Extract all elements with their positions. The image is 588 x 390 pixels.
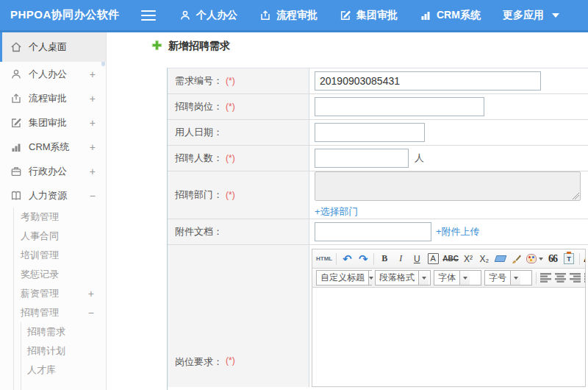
font-size-select[interactable]: 字号 <box>484 270 532 286</box>
nav-item-personal-office[interactable]: 个人办公 <box>179 9 237 22</box>
expand-icon[interactable]: + <box>88 288 94 299</box>
sidebar-item-crm[interactable]: CRM系统 + <box>0 135 106 159</box>
expand-icon[interactable]: + <box>90 68 96 80</box>
superscript-button[interactable]: X² <box>461 252 476 266</box>
align-justify-icon[interactable] <box>584 273 585 283</box>
italic-button[interactable]: I <box>393 252 408 266</box>
bar-chart-icon <box>420 10 431 21</box>
sidebar-item-recruitment[interactable]: 招聘管理 − <box>14 303 106 322</box>
sidebar-hr-submenu: 考勤管理 人事合同 培训管理 奖惩记录 薪资管理 + 招聘管理 − 招聘需求 招… <box>13 208 106 390</box>
field-label: 附件文档： <box>175 225 223 238</box>
autotypeset-button[interactable]: A <box>428 253 439 264</box>
select-department-link[interactable]: +选择部门 <box>315 205 359 219</box>
person-icon <box>10 68 22 80</box>
attachment-input[interactable] <box>315 222 431 241</box>
group-approval-icon <box>10 117 22 129</box>
caret-down-icon <box>552 13 559 18</box>
field-label: 用人日期： <box>175 126 223 139</box>
collapse-icon[interactable]: − <box>88 307 94 319</box>
align-left-icon[interactable] <box>540 273 552 283</box>
sidebar: 个人桌面 个人办公 + 流程审批 + 集团审批 <box>0 32 107 390</box>
sidebar-item-hr[interactable]: 人力资源 − <box>0 183 106 208</box>
sidebar-item-personal-office[interactable]: 个人办公 + <box>0 62 106 86</box>
page-title: 新增招聘需求 <box>151 40 230 53</box>
expand-icon[interactable]: + <box>90 166 96 177</box>
eraser-icon[interactable] <box>493 252 508 266</box>
collapse-icon[interactable]: − <box>90 190 96 202</box>
sidebar-item-group-approval[interactable]: 集团审批 + <box>0 110 106 135</box>
field-label: 招聘部门： <box>175 188 223 202</box>
sidebar-item-talent-pool[interactable]: 人才库 <box>21 361 106 380</box>
department-textarea[interactable] <box>315 171 581 201</box>
field-label: 岗位要求： <box>175 355 223 369</box>
form-row-request-number: 需求编号： (*) <box>168 68 588 94</box>
unit-label: 人 <box>415 152 424 165</box>
font-color-button[interactable]: A <box>583 252 585 266</box>
required-mark: (*) <box>226 190 235 200</box>
sidebar-item-training[interactable]: 培训管理 <box>14 246 106 265</box>
nav-item-more-apps[interactable]: 更多应用 <box>503 9 559 22</box>
caret-down-icon <box>459 271 470 285</box>
sidebar-item-admin-office[interactable]: 行政办公 + <box>0 159 106 183</box>
blockquote-button[interactable]: 66 <box>545 252 560 266</box>
color-palette-icon[interactable] <box>526 252 544 266</box>
sidebar-item-salary[interactable]: 薪资管理 + <box>14 284 106 303</box>
expand-icon[interactable]: + <box>90 117 96 129</box>
field-label: 招聘人数： <box>175 152 223 165</box>
align-center-icon[interactable] <box>555 273 567 283</box>
caret-down-icon <box>510 271 520 285</box>
form-row-headcount: 招聘人数： (*) 人 <box>168 146 588 171</box>
sidebar-item-attendance[interactable]: 考勤管理 <box>14 208 106 227</box>
subscript-button[interactable]: X₂ <box>477 252 492 266</box>
underline-button[interactable]: U <box>409 252 424 266</box>
font-family-select[interactable]: 字体 <box>434 270 481 286</box>
align-right-icon[interactable] <box>570 273 581 283</box>
sidebar-item-recruit-plan[interactable]: 招聘计划 <box>21 341 106 361</box>
strikethrough-button[interactable]: ABC <box>442 252 459 266</box>
nav-item-process-approval[interactable]: 流程审批 <box>259 9 318 22</box>
hire-date-input[interactable] <box>315 123 425 142</box>
recruitment-form: 需求编号： (*) 招聘岗位： (*) 用人日期： <box>167 68 588 390</box>
plus-icon <box>151 40 162 53</box>
editor-toolbar-row2: 自定义标题 段落格式 字体 字号 <box>312 269 585 288</box>
sidebar-item-rewards[interactable]: 奖惩记录 <box>14 265 106 284</box>
request-number-input[interactable] <box>315 71 541 91</box>
app-window: PHPOA协同办公软件 个人办公 流程审批 集团审批 <box>0 0 588 390</box>
sidebar-item-process-approval[interactable]: 流程审批 + <box>0 86 106 110</box>
bold-button[interactable]: B <box>377 252 392 266</box>
sidebar-item-recruit-demand[interactable]: 招聘需求 <box>21 322 106 341</box>
paragraph-format-select[interactable]: 段落格式 <box>375 270 431 286</box>
richtext-editor: HTML ↶ ↷ B I U A ABC X² X₂ <box>312 249 586 387</box>
field-label: 需求编号： <box>175 74 223 88</box>
headcount-input[interactable] <box>315 149 409 168</box>
briefcase-icon <box>10 166 22 177</box>
custom-heading-select[interactable]: 自定义标题 <box>316 270 372 286</box>
form-row-job-requirements: 岗位要求： (*) HTML ↶ ↷ B I <box>168 245 588 387</box>
job-position-input[interactable] <box>315 97 484 116</box>
process-approval-icon <box>259 10 271 21</box>
undo-icon[interactable]: ↶ <box>340 252 354 266</box>
menu-toggle-icon[interactable] <box>141 10 156 21</box>
form-row-department: 招聘部门： (*) +选择部门 <box>168 171 588 219</box>
editor-content-area[interactable] <box>312 288 585 386</box>
required-mark: (*) <box>226 102 235 112</box>
caret-down-icon <box>418 271 429 285</box>
resize-handle-icon[interactable] <box>573 193 579 199</box>
format-brush-icon[interactable] <box>509 252 524 266</box>
form-row-job-position: 招聘岗位： (*) <box>168 94 588 120</box>
nav-item-crm[interactable]: CRM系统 <box>420 9 481 22</box>
sidebar-item-hr-contract[interactable]: 人事合同 <box>14 227 106 246</box>
nav-item-group-approval[interactable]: 集团审批 <box>340 9 398 22</box>
paste-text-icon[interactable]: T <box>562 252 576 266</box>
required-mark: (*) <box>226 355 235 366</box>
required-mark: (*) <box>226 76 235 86</box>
attachment-upload-link[interactable]: +附件上传 <box>436 225 480 238</box>
top-navbar: PHPOA协同办公软件 个人办公 流程审批 集团审批 <box>0 0 588 32</box>
expand-icon[interactable]: + <box>90 93 96 104</box>
expand-icon[interactable]: + <box>90 141 96 153</box>
home-icon <box>10 41 22 53</box>
redo-icon[interactable]: ↷ <box>356 252 370 266</box>
html-source-button[interactable]: HTML <box>315 252 333 266</box>
bar-chart-icon <box>10 141 22 153</box>
sidebar-item-personal-desktop[interactable]: 个人桌面 <box>0 32 106 62</box>
